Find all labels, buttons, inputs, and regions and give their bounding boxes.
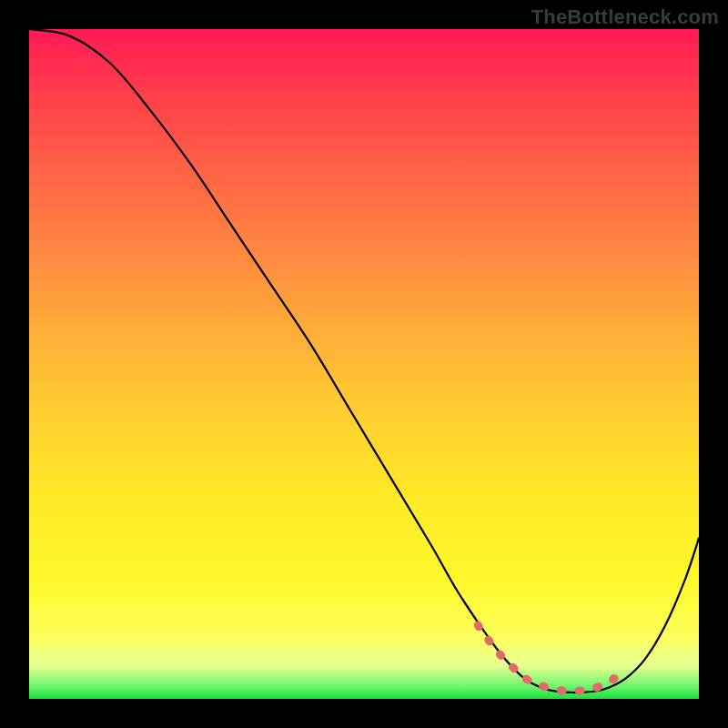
watermark-text: TheBottleneck.com bbox=[531, 5, 719, 29]
plot-area bbox=[29, 29, 699, 699]
bottleneck-curve bbox=[29, 29, 699, 693]
chart-frame: TheBottleneck.com bbox=[0, 0, 728, 728]
optimal-range-markers bbox=[478, 625, 625, 691]
curve-svg bbox=[29, 29, 699, 699]
